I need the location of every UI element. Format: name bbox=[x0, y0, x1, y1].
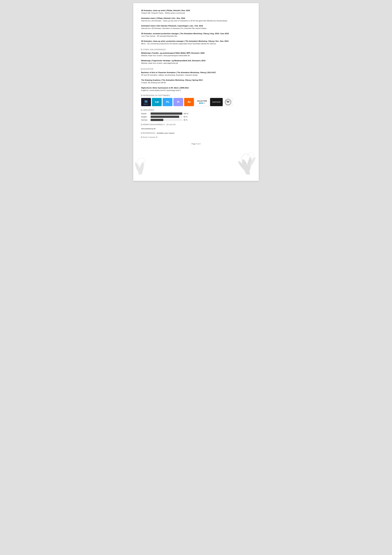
references-label: REFERENCES bbox=[141, 132, 155, 134]
corner-decoration-right bbox=[234, 143, 259, 175]
edu-desc-1: 2D and 3D animation, editing, storyboard… bbox=[141, 74, 251, 76]
job-entry-4: 3D Animator, assistant production manage… bbox=[141, 33, 251, 37]
lang-bar-fill-english bbox=[151, 116, 179, 118]
celaction-dot-2 bbox=[201, 102, 203, 104]
celaction-text: CELACTION bbox=[197, 100, 207, 102]
svg-point-6 bbox=[249, 156, 256, 167]
lang-pct-english: 90 % bbox=[184, 116, 187, 118]
references-section: REFERENCES - Available upon request bbox=[141, 132, 251, 134]
svg-point-3 bbox=[241, 158, 251, 175]
other-job-desc-1: Website made from scratch- www.psykotera… bbox=[141, 54, 251, 57]
other-job-period-2: 2016 bbox=[201, 60, 206, 62]
job-title-1: 2D Animator, clean-up artist bbox=[141, 9, 165, 11]
corner-decoration-left bbox=[133, 151, 149, 175]
job-title-2: Animation intern bbox=[141, 17, 156, 19]
resume-page: 2D Animator, clean-up artist | Piñata, H… bbox=[133, 3, 259, 181]
pr-text: Pr bbox=[177, 101, 179, 103]
shotgun-text: SHOTGUN bbox=[212, 101, 221, 103]
other-job-location-2: Fagerlunds Værktøjs- og Metalvarefabrik … bbox=[152, 60, 200, 62]
job-period-3: Jan.- Feb. 2016 bbox=[190, 25, 203, 27]
edu-title-1: Bachelor of Arts in Character Animation bbox=[141, 72, 176, 73]
work-experience-section: 2D Animator, clean-up artist | Piñata, H… bbox=[141, 9, 251, 45]
tvp-text: TVP bbox=[155, 101, 159, 103]
maya-label-text: MAYA bbox=[144, 104, 148, 105]
job-period-5: Oct.- Nov. 2015 bbox=[215, 40, 228, 42]
logo-maya: M MAYA bbox=[141, 98, 151, 106]
lang-bar-bg-english bbox=[151, 116, 182, 118]
drivers-license-label: Driver's license B bbox=[141, 136, 251, 138]
references-row: REFERENCES - Available upon request bbox=[141, 132, 251, 134]
job-entry-2: Animation intern | Piñata, Helsinki | Oc… bbox=[141, 17, 251, 22]
svg-point-4 bbox=[246, 157, 252, 173]
edu-entry-1: Bachelor of Arts in Character Animation … bbox=[141, 72, 251, 76]
lang-bar-bg-german bbox=[151, 119, 182, 121]
ps-text: Ps bbox=[166, 101, 169, 103]
references-text: - Available upon request bbox=[156, 132, 174, 134]
edu-desc-3: English A, social studies level B, psych… bbox=[141, 89, 251, 92]
job-desc-1: Finland 100- Finland's Faces - 2D/live-a… bbox=[141, 12, 251, 15]
svg-point-7 bbox=[241, 154, 251, 163]
other-job-2: Webdesign | Fagerlunds Værktøjs- og Meta… bbox=[141, 60, 251, 65]
software-logos-container: M MAYA TVP Ps Pr An CELACTION bbox=[141, 98, 251, 106]
lang-pct-danish: 100 % bbox=[184, 113, 188, 115]
edu-location-2: The Animation Workshop, Viborg bbox=[162, 79, 191, 81]
job-entry-5: 2D Animator, clean-up artist, production… bbox=[141, 40, 251, 45]
education-section: EDUCATION Bachelor of Arts in Character … bbox=[141, 68, 251, 92]
other-jobs-section: OTHER JOB EXPERIENCE Webdesign | Familie… bbox=[141, 49, 251, 65]
logo-celaction: CELACTION bbox=[195, 98, 209, 106]
lang-name-danish: Danish bbox=[141, 113, 151, 115]
job-location-5: The Animation Workshop, Viborg bbox=[185, 40, 214, 42]
job-period-4: Aug. 2015- June 2016 bbox=[210, 33, 229, 35]
job-title-4: 3D Animator, assistant production manage… bbox=[141, 33, 179, 35]
lang-pct-german: 40 % bbox=[184, 119, 187, 121]
job-location-3: Den Danske Filmskole, Copenhagen bbox=[157, 25, 188, 27]
lang-bar-bg-danish bbox=[151, 112, 182, 115]
education-label: EDUCATION bbox=[141, 68, 251, 70]
logo-wordpress: W bbox=[224, 98, 233, 106]
edu-entry-2: The Drawing Academy | The Animation Work… bbox=[141, 79, 251, 84]
other-job-desc-2: Website made from scratch- www.fagerlund… bbox=[141, 62, 251, 65]
job-period-1: Nov. 2016 bbox=[182, 9, 190, 11]
other-job-period-1: 2020 bbox=[200, 52, 205, 54]
svg-text:W: W bbox=[227, 100, 230, 103]
showreels-url[interactable]: www.julieastrup.dk bbox=[141, 128, 156, 130]
page-number: Page 2 of 2 bbox=[141, 143, 251, 145]
edu-period-2: Spring 2013 bbox=[192, 79, 202, 81]
edu-title-2: The Drawing Academy bbox=[141, 79, 161, 81]
celaction-dot-3 bbox=[203, 102, 205, 104]
svg-point-5 bbox=[237, 160, 249, 173]
celaction-dots bbox=[199, 102, 205, 104]
lang-bar-fill-german bbox=[151, 119, 163, 121]
edu-title-3: Highschool bbox=[141, 87, 151, 89]
languages-section: LANGUAGES Danish 100 % English 90 % Germ… bbox=[141, 109, 251, 121]
showreels-section: ANIMATIONSHOWREELS - 2D and 3D www.julie… bbox=[141, 124, 251, 130]
job-desc-4: Less Than Human - 3D animated Bachelor f… bbox=[141, 35, 251, 37]
logo-tvpaint: TVP bbox=[152, 98, 162, 106]
svg-point-8 bbox=[248, 152, 254, 159]
showreels-label: ANIMATIONSHOWREELS - 2D and 3D bbox=[141, 124, 251, 125]
svg-point-9 bbox=[137, 162, 145, 175]
softwares-label: KNOWLEDGE OF SOFTWARES bbox=[141, 95, 251, 96]
lang-bar-fill-danish bbox=[151, 112, 182, 115]
job-location-4: The Animation Workshop, Viborg bbox=[180, 33, 209, 35]
showreels-url-container: www.julieastrup.dk bbox=[141, 127, 251, 130]
an-text: An bbox=[187, 101, 191, 103]
other-job-location-1: Familie- og psykoterapeut Rikke Møller M… bbox=[152, 52, 199, 54]
other-job-title-1: Webdesign bbox=[141, 52, 151, 54]
other-job-1: Webdesign | Familie- og psykoterapeut Ri… bbox=[141, 52, 251, 57]
logo-premiere: Pr bbox=[173, 98, 183, 106]
other-jobs-label: OTHER JOB EXPERIENCE bbox=[141, 49, 251, 51]
logo-animate: An bbox=[184, 98, 194, 106]
languages-label: LANGUAGES bbox=[141, 109, 251, 111]
job-period-2: Oct.- Nov. 2016 bbox=[172, 17, 185, 19]
job-desc-2: Interned as a 2D Animator - Clean-up and… bbox=[141, 20, 251, 22]
edu-location-1: The Animation Workshop, Viborg bbox=[177, 72, 206, 73]
logo-photoshop: Ps bbox=[163, 98, 172, 106]
logo-shotgun: SHOTGUN bbox=[210, 98, 223, 106]
edu-entry-3: Highschool | Skive Gymnasium & HF, Skive… bbox=[141, 87, 251, 92]
edu-location-3: Skive Gymnasium & HF, Skive bbox=[153, 87, 178, 89]
other-job-title-2: Webdesign bbox=[141, 60, 151, 62]
svg-point-11 bbox=[137, 158, 145, 166]
job-desc-3: Interned as a 3D Animator- Animation of … bbox=[141, 27, 251, 30]
lang-name-english: English bbox=[141, 116, 151, 118]
